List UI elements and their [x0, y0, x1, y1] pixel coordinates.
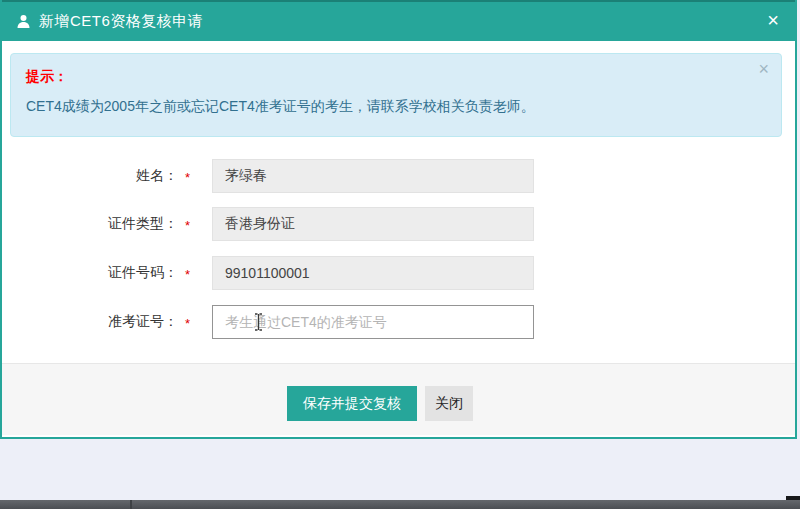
alert-heading: 提示： — [26, 68, 746, 86]
user-icon — [16, 14, 31, 29]
id-type-field — [212, 207, 534, 241]
admission-ticket-input[interactable] — [212, 305, 534, 339]
taskbar-divider — [130, 500, 132, 509]
admission-ticket-label: 准考证号： * — [2, 305, 190, 339]
id-number-label: 证件号码： * — [2, 256, 190, 290]
required-asterisk: * — [185, 167, 190, 185]
form-row-id-type: 证件类型： * — [2, 207, 562, 241]
alert-message: CET4成绩为2005年之前或忘记CET4准考证号的考生，请联系学校相关负责老师… — [26, 98, 746, 116]
form-row-id-number: 证件号码： * — [2, 256, 562, 290]
alert-dismiss-icon[interactable]: × — [758, 60, 769, 78]
taskbar-edge — [0, 500, 800, 509]
cet6-review-dialog: 新增CET6资格复核申请 × 提示： CET4成绩为2005年之前或忘记CET4… — [0, 0, 797, 439]
required-asterisk: * — [185, 215, 190, 233]
screen: 新增CET6资格复核申请 × 提示： CET4成绩为2005年之前或忘记CET4… — [0, 0, 800, 509]
name-label: 姓名： * — [2, 159, 190, 193]
id-type-label: 证件类型： * — [2, 207, 190, 241]
dialog-footer: 保存并提交复核 关闭 — [2, 363, 795, 435]
dialog-header: 新增CET6资格复核申请 × — [2, 0, 795, 41]
form-row-admission-ticket: 准考证号： * — [2, 305, 562, 339]
close-button[interactable]: 关闭 — [425, 386, 473, 421]
id-number-field — [212, 256, 534, 290]
info-alert: 提示： CET4成绩为2005年之前或忘记CET4准考证号的考生，请联系学校相关… — [10, 53, 782, 137]
form-row-name: 姓名： * — [2, 159, 562, 193]
save-and-submit-button[interactable]: 保存并提交复核 — [287, 386, 417, 421]
dialog-title: 新增CET6资格复核申请 — [39, 12, 203, 31]
required-asterisk: * — [185, 264, 190, 282]
name-field — [212, 159, 534, 193]
dialog-close-icon[interactable]: × — [767, 10, 779, 30]
required-asterisk: * — [185, 313, 190, 331]
